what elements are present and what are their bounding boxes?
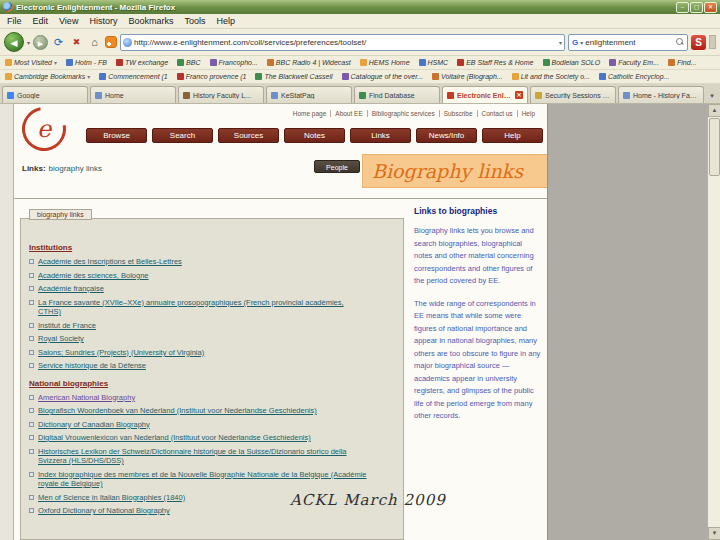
- search-go-icon[interactable]: [676, 38, 684, 46]
- bookmark-item[interactable]: Francopho...: [210, 59, 258, 66]
- menu-history[interactable]: History: [89, 16, 117, 26]
- bookmark-item[interactable]: HEMS Home: [360, 59, 410, 66]
- menu-bar: File Edit View History Bookmarks Tools H…: [0, 14, 720, 29]
- bullet-icon: [29, 350, 34, 355]
- bookmark-item[interactable]: TW exchange: [116, 59, 168, 66]
- minimize-button[interactable]: –: [676, 2, 689, 13]
- biography-link[interactable]: Service historique de la Défense: [38, 361, 146, 371]
- reload-button[interactable]: ⟳: [51, 34, 66, 50]
- menu-help[interactable]: Help: [216, 16, 235, 26]
- toolbar-overflow-icon[interactable]: [709, 35, 716, 49]
- search-engine-dropdown-icon[interactable]: ▾: [580, 39, 583, 46]
- nav-help[interactable]: Help: [482, 128, 543, 143]
- bullet-icon: [29, 273, 34, 278]
- vertical-scrollbar[interactable]: ▲ ▼: [707, 104, 720, 540]
- tab-electronic-enlightenment[interactable]: Electronic Enlightenm...✕: [442, 86, 528, 103]
- bookmark-folder[interactable]: Most Visited: [5, 59, 57, 66]
- back-button[interactable]: ◀: [4, 32, 24, 52]
- bookmark-folder[interactable]: Cambridge Bookmarks: [5, 73, 90, 80]
- bookmark-item[interactable]: HSMC: [419, 59, 449, 66]
- menu-view[interactable]: View: [59, 16, 78, 26]
- tab-find-database[interactable]: Find Database: [354, 86, 440, 103]
- biography-link[interactable]: Dictionary of Canadian Biography: [38, 420, 150, 430]
- nav-news-info[interactable]: News/Info: [416, 128, 477, 143]
- biography-link[interactable]: Digitaal Vrouwenlexicon van Nederland (I…: [38, 433, 311, 443]
- bookmark-item[interactable]: The Blackwell Cassell: [255, 73, 332, 80]
- url-dropdown-icon[interactable]: ▾: [559, 39, 562, 46]
- s-extension-icon[interactable]: S: [691, 35, 706, 50]
- utility-about-ee[interactable]: About EE: [331, 110, 367, 117]
- tab-history-faculty[interactable]: History Faculty L...: [178, 86, 264, 103]
- bookmark-item[interactable]: Hotm - FB: [66, 59, 107, 66]
- tab-kestatpag[interactable]: KeStatPag: [266, 86, 352, 103]
- scroll-down-icon[interactable]: ▼: [708, 527, 720, 540]
- utility-home-page[interactable]: Home page: [289, 110, 332, 117]
- bookmark-item[interactable]: EB Staff Res & Home: [457, 59, 533, 66]
- tab-google[interactable]: Google: [2, 86, 88, 103]
- rss-icon[interactable]: [105, 36, 117, 48]
- list-all-tabs-icon[interactable]: ▾: [706, 89, 718, 103]
- search-input[interactable]: [585, 38, 674, 47]
- people-button[interactable]: People: [314, 160, 360, 173]
- biography-link[interactable]: American National Biography: [38, 393, 135, 403]
- close-button[interactable]: ✕: [704, 2, 717, 13]
- biography-link[interactable]: Biografisch Woordenboek van Nederland (I…: [38, 406, 317, 416]
- nav-links[interactable]: Links: [350, 128, 411, 143]
- url-input[interactable]: [134, 38, 557, 47]
- menu-edit[interactable]: Edit: [33, 16, 49, 26]
- nav-search[interactable]: Search: [152, 128, 213, 143]
- utility-subscribe[interactable]: Subscribe: [440, 110, 478, 117]
- forward-button[interactable]: ▶: [33, 35, 48, 50]
- nav-notes[interactable]: Notes: [284, 128, 345, 143]
- bookmark-item[interactable]: Catholic Encyclop...: [599, 73, 669, 80]
- scroll-up-icon[interactable]: ▲: [708, 104, 720, 117]
- biography-link[interactable]: Oxford Dictionary of National Biography: [38, 506, 170, 516]
- stop-button[interactable]: ✖: [69, 34, 84, 50]
- bookmark-item[interactable]: Franco provence (1: [177, 73, 247, 80]
- bookmark-item[interactable]: Catalogue of the over...: [342, 73, 424, 80]
- tab-home-history-faculty[interactable]: Home - History Facult...: [618, 86, 704, 103]
- biography-link[interactable]: Académie des sciences, Bologne: [38, 271, 148, 281]
- bookmark-item[interactable]: BBC: [177, 59, 200, 66]
- bookmark-item[interactable]: Bodleian SOLO: [543, 59, 601, 66]
- tab-security-sessions[interactable]: Security Sessions Hel...: [530, 86, 616, 103]
- tab-close-icon[interactable]: ✕: [515, 91, 523, 99]
- bookmark-favicon: [543, 59, 550, 66]
- nav-browse[interactable]: Browse: [86, 128, 147, 143]
- biography-link[interactable]: Historisches Lexikon der Schweiz/Diction…: [38, 447, 374, 466]
- bullet-icon: [29, 495, 34, 500]
- biography-link[interactable]: Men of Science in Italian Biographies (1…: [38, 493, 185, 503]
- utility-biblio-services[interactable]: Bibliographic services: [368, 110, 440, 117]
- biography-link[interactable]: Royal Society: [38, 334, 84, 344]
- search-bar[interactable]: G ▾: [568, 34, 688, 51]
- utility-contact-us[interactable]: Contact us: [478, 110, 518, 117]
- link-item: American National Biography: [29, 393, 395, 403]
- bookmark-favicon: [255, 73, 262, 80]
- maximize-button[interactable]: ▢: [690, 2, 703, 13]
- bookmark-item[interactable]: Find...: [668, 59, 696, 66]
- bookmark-item[interactable]: Commencement (1: [99, 73, 168, 80]
- home-button[interactable]: ⌂: [87, 34, 102, 50]
- menu-file[interactable]: File: [7, 16, 22, 26]
- bookmark-item[interactable]: Lit and the Society o...: [512, 73, 590, 80]
- bookmark-item[interactable]: BBC Radio 4 | Widecast: [267, 59, 351, 66]
- biography-link[interactable]: Académie française: [38, 284, 104, 294]
- biography-link[interactable]: Académie des Inscriptions et Belles-Lett…: [38, 257, 182, 267]
- panel-tab-biography-links[interactable]: biography links: [29, 209, 92, 220]
- bookmark-item[interactable]: Faculty Em...: [609, 59, 659, 66]
- biography-link[interactable]: Salons; Sundries (Projects) (University …: [38, 348, 204, 358]
- search-engine-icon[interactable]: G: [572, 38, 578, 47]
- utility-help[interactable]: Help: [518, 110, 539, 117]
- menu-tools[interactable]: Tools: [184, 16, 205, 26]
- biography-link[interactable]: Institut de France: [38, 321, 96, 331]
- scrollbar-thumb[interactable]: [709, 118, 720, 176]
- nav-sources[interactable]: Sources: [218, 128, 279, 143]
- biography-link[interactable]: Index biographique des membres et de la …: [38, 470, 374, 489]
- tab-home[interactable]: Home: [90, 86, 176, 103]
- ee-logo[interactable]: e: [22, 107, 66, 151]
- back-dropdown-icon[interactable]: ▾: [27, 39, 30, 46]
- biography-link[interactable]: La France savante (XVIIe–XXe) annuaire p…: [38, 298, 359, 317]
- address-bar[interactable]: ▾: [120, 34, 565, 51]
- bookmark-item[interactable]: Voltaire (Biograph...: [432, 73, 503, 80]
- menu-bookmarks[interactable]: Bookmarks: [128, 16, 173, 26]
